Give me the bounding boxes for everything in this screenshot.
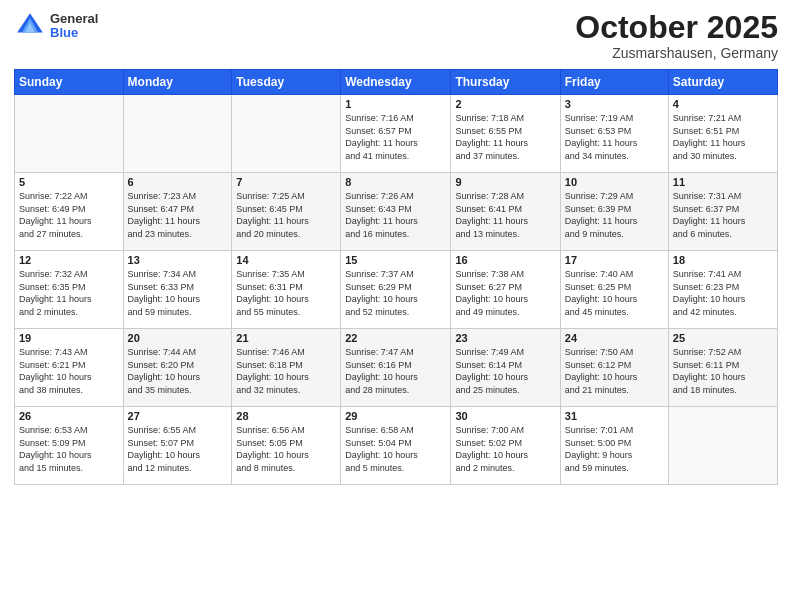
day-info: Sunrise: 7:18 AM Sunset: 6:55 PM Dayligh… [455, 112, 555, 162]
calendar-cell: 15Sunrise: 7:37 AM Sunset: 6:29 PM Dayli… [341, 251, 451, 329]
logo-blue-text: Blue [50, 26, 98, 40]
calendar-header-tuesday: Tuesday [232, 70, 341, 95]
day-number: 20 [128, 332, 228, 344]
day-info: Sunrise: 7:37 AM Sunset: 6:29 PM Dayligh… [345, 268, 446, 318]
calendar-cell: 2Sunrise: 7:18 AM Sunset: 6:55 PM Daylig… [451, 95, 560, 173]
day-info: Sunrise: 7:28 AM Sunset: 6:41 PM Dayligh… [455, 190, 555, 240]
header: General Blue October 2025 Zusmarshausen,… [14, 10, 778, 61]
calendar-cell: 17Sunrise: 7:40 AM Sunset: 6:25 PM Dayli… [560, 251, 668, 329]
day-number: 13 [128, 254, 228, 266]
calendar-cell: 13Sunrise: 7:34 AM Sunset: 6:33 PM Dayli… [123, 251, 232, 329]
location: Zusmarshausen, Germany [575, 45, 778, 61]
day-info: Sunrise: 7:40 AM Sunset: 6:25 PM Dayligh… [565, 268, 664, 318]
day-info: Sunrise: 6:53 AM Sunset: 5:09 PM Dayligh… [19, 424, 119, 474]
day-number: 9 [455, 176, 555, 188]
calendar-week-row: 19Sunrise: 7:43 AM Sunset: 6:21 PM Dayli… [15, 329, 778, 407]
calendar-cell: 23Sunrise: 7:49 AM Sunset: 6:14 PM Dayli… [451, 329, 560, 407]
calendar-cell: 21Sunrise: 7:46 AM Sunset: 6:18 PM Dayli… [232, 329, 341, 407]
calendar-cell: 14Sunrise: 7:35 AM Sunset: 6:31 PM Dayli… [232, 251, 341, 329]
calendar-cell [123, 95, 232, 173]
day-info: Sunrise: 7:34 AM Sunset: 6:33 PM Dayligh… [128, 268, 228, 318]
logo-icon [14, 10, 46, 42]
day-number: 31 [565, 410, 664, 422]
day-number: 29 [345, 410, 446, 422]
calendar-cell: 28Sunrise: 6:56 AM Sunset: 5:05 PM Dayli… [232, 407, 341, 485]
title-block: October 2025 Zusmarshausen, Germany [575, 10, 778, 61]
calendar-header-friday: Friday [560, 70, 668, 95]
calendar-cell: 31Sunrise: 7:01 AM Sunset: 5:00 PM Dayli… [560, 407, 668, 485]
calendar-cell: 3Sunrise: 7:19 AM Sunset: 6:53 PM Daylig… [560, 95, 668, 173]
day-number: 3 [565, 98, 664, 110]
day-number: 27 [128, 410, 228, 422]
day-number: 21 [236, 332, 336, 344]
day-info: Sunrise: 7:31 AM Sunset: 6:37 PM Dayligh… [673, 190, 773, 240]
calendar-cell: 18Sunrise: 7:41 AM Sunset: 6:23 PM Dayli… [668, 251, 777, 329]
day-info: Sunrise: 7:25 AM Sunset: 6:45 PM Dayligh… [236, 190, 336, 240]
day-info: Sunrise: 7:16 AM Sunset: 6:57 PM Dayligh… [345, 112, 446, 162]
calendar-cell: 30Sunrise: 7:00 AM Sunset: 5:02 PM Dayli… [451, 407, 560, 485]
calendar-week-row: 1Sunrise: 7:16 AM Sunset: 6:57 PM Daylig… [15, 95, 778, 173]
day-number: 25 [673, 332, 773, 344]
calendar-cell: 6Sunrise: 7:23 AM Sunset: 6:47 PM Daylig… [123, 173, 232, 251]
day-number: 19 [19, 332, 119, 344]
calendar-cell: 7Sunrise: 7:25 AM Sunset: 6:45 PM Daylig… [232, 173, 341, 251]
day-info: Sunrise: 7:29 AM Sunset: 6:39 PM Dayligh… [565, 190, 664, 240]
day-info: Sunrise: 6:58 AM Sunset: 5:04 PM Dayligh… [345, 424, 446, 474]
day-number: 16 [455, 254, 555, 266]
logo-general-text: General [50, 12, 98, 26]
calendar-week-row: 5Sunrise: 7:22 AM Sunset: 6:49 PM Daylig… [15, 173, 778, 251]
day-number: 18 [673, 254, 773, 266]
logo-text: General Blue [50, 12, 98, 41]
day-number: 2 [455, 98, 555, 110]
calendar-header-saturday: Saturday [668, 70, 777, 95]
calendar-cell [15, 95, 124, 173]
day-info: Sunrise: 6:56 AM Sunset: 5:05 PM Dayligh… [236, 424, 336, 474]
day-number: 22 [345, 332, 446, 344]
day-number: 12 [19, 254, 119, 266]
day-number: 5 [19, 176, 119, 188]
calendar-cell: 22Sunrise: 7:47 AM Sunset: 6:16 PM Dayli… [341, 329, 451, 407]
day-info: Sunrise: 7:35 AM Sunset: 6:31 PM Dayligh… [236, 268, 336, 318]
month-title: October 2025 [575, 10, 778, 45]
day-info: Sunrise: 7:26 AM Sunset: 6:43 PM Dayligh… [345, 190, 446, 240]
calendar-cell: 24Sunrise: 7:50 AM Sunset: 6:12 PM Dayli… [560, 329, 668, 407]
calendar-cell: 12Sunrise: 7:32 AM Sunset: 6:35 PM Dayli… [15, 251, 124, 329]
calendar-cell: 19Sunrise: 7:43 AM Sunset: 6:21 PM Dayli… [15, 329, 124, 407]
day-number: 15 [345, 254, 446, 266]
calendar-cell: 4Sunrise: 7:21 AM Sunset: 6:51 PM Daylig… [668, 95, 777, 173]
calendar-cell: 20Sunrise: 7:44 AM Sunset: 6:20 PM Dayli… [123, 329, 232, 407]
day-number: 28 [236, 410, 336, 422]
day-number: 4 [673, 98, 773, 110]
day-number: 1 [345, 98, 446, 110]
calendar-cell: 10Sunrise: 7:29 AM Sunset: 6:39 PM Dayli… [560, 173, 668, 251]
day-info: Sunrise: 7:43 AM Sunset: 6:21 PM Dayligh… [19, 346, 119, 396]
day-info: Sunrise: 7:22 AM Sunset: 6:49 PM Dayligh… [19, 190, 119, 240]
calendar-cell: 11Sunrise: 7:31 AM Sunset: 6:37 PM Dayli… [668, 173, 777, 251]
calendar-week-row: 26Sunrise: 6:53 AM Sunset: 5:09 PM Dayli… [15, 407, 778, 485]
calendar-cell [232, 95, 341, 173]
day-info: Sunrise: 7:46 AM Sunset: 6:18 PM Dayligh… [236, 346, 336, 396]
day-info: Sunrise: 7:44 AM Sunset: 6:20 PM Dayligh… [128, 346, 228, 396]
day-info: Sunrise: 7:00 AM Sunset: 5:02 PM Dayligh… [455, 424, 555, 474]
day-number: 24 [565, 332, 664, 344]
day-info: Sunrise: 7:50 AM Sunset: 6:12 PM Dayligh… [565, 346, 664, 396]
calendar-header-monday: Monday [123, 70, 232, 95]
day-info: Sunrise: 7:41 AM Sunset: 6:23 PM Dayligh… [673, 268, 773, 318]
day-info: Sunrise: 7:52 AM Sunset: 6:11 PM Dayligh… [673, 346, 773, 396]
day-info: Sunrise: 7:23 AM Sunset: 6:47 PM Dayligh… [128, 190, 228, 240]
calendar-header-thursday: Thursday [451, 70, 560, 95]
day-info: Sunrise: 7:32 AM Sunset: 6:35 PM Dayligh… [19, 268, 119, 318]
calendar-cell: 16Sunrise: 7:38 AM Sunset: 6:27 PM Dayli… [451, 251, 560, 329]
calendar-cell [668, 407, 777, 485]
logo: General Blue [14, 10, 98, 42]
day-info: Sunrise: 7:01 AM Sunset: 5:00 PM Dayligh… [565, 424, 664, 474]
calendar-cell: 26Sunrise: 6:53 AM Sunset: 5:09 PM Dayli… [15, 407, 124, 485]
calendar-header-row: SundayMondayTuesdayWednesdayThursdayFrid… [15, 70, 778, 95]
day-info: Sunrise: 7:38 AM Sunset: 6:27 PM Dayligh… [455, 268, 555, 318]
calendar-header-wednesday: Wednesday [341, 70, 451, 95]
day-number: 11 [673, 176, 773, 188]
calendar-cell: 25Sunrise: 7:52 AM Sunset: 6:11 PM Dayli… [668, 329, 777, 407]
day-number: 8 [345, 176, 446, 188]
calendar-header-sunday: Sunday [15, 70, 124, 95]
calendar-cell: 5Sunrise: 7:22 AM Sunset: 6:49 PM Daylig… [15, 173, 124, 251]
